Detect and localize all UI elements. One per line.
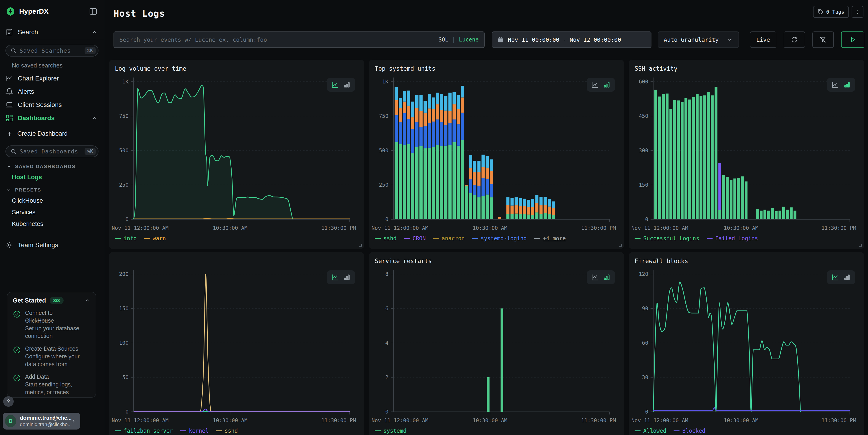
- lucene-mode-button[interactable]: Lucene: [459, 36, 479, 43]
- legend-dash: [144, 238, 150, 239]
- resize-grip-icon[interactable]: [858, 243, 862, 247]
- legend-label: sshd: [224, 428, 238, 434]
- line-view-icon[interactable]: [832, 274, 839, 281]
- legend-item[interactable]: Allowed: [634, 428, 666, 434]
- legend-item[interactable]: systemd: [375, 428, 406, 434]
- line-view-icon[interactable]: [832, 81, 839, 89]
- line-view-icon[interactable]: [332, 81, 339, 89]
- sidebar-preset-services[interactable]: Services: [12, 209, 104, 216]
- bar-view-icon[interactable]: [343, 274, 350, 281]
- chart-title: Top systemd units: [375, 65, 435, 72]
- legend-dash: [404, 238, 410, 239]
- saved-dashboards-section-header[interactable]: SAVED DASHBOARDS: [6, 164, 104, 169]
- saved-dashboards-input[interactable]: Saved Dashboards ⌘K: [5, 146, 98, 157]
- get-started-item-desc: Start sending logs, metrics, or traces: [25, 381, 89, 396]
- legend-item[interactable]: fail2ban-server: [115, 428, 173, 434]
- get-started-item[interactable]: Create Data Sources Configure where your…: [13, 345, 90, 368]
- sidebar-item-client-sessions[interactable]: Client Sessions: [0, 98, 104, 112]
- legend-dash: [634, 238, 641, 239]
- resize-grip-icon[interactable]: [358, 243, 362, 247]
- sql-mode-button[interactable]: SQL: [438, 36, 448, 43]
- chart-canvas[interactable]: 02505007501KNov 11 12:00:00 AM10:30:00 A…: [109, 60, 364, 249]
- more-menu-button[interactable]: ⋮: [851, 6, 863, 18]
- legend-item[interactable]: +4 more: [534, 235, 566, 242]
- svg-text:150: 150: [639, 182, 648, 188]
- filter-button[interactable]: [812, 31, 834, 48]
- date-range-picker[interactable]: Nov 11 00:00:00 - Nov 12 00:00:00: [492, 31, 651, 48]
- saved-searches-input[interactable]: Saved Searches ⌘K: [5, 45, 98, 57]
- granularity-select[interactable]: Auto Granularity: [658, 31, 739, 48]
- resize-grip-icon[interactable]: [618, 243, 622, 247]
- sidebar-collapse-icon[interactable]: [89, 7, 98, 16]
- bar-view-icon[interactable]: [603, 274, 611, 281]
- tags-button[interactable]: 0 Tags: [813, 6, 849, 18]
- chart-canvas[interactable]: 02505007501KNov 11 12:00:00 AM10:30:00 A…: [369, 60, 624, 249]
- check-circle-icon: [13, 310, 21, 340]
- legend-label: Failed Logins: [715, 235, 758, 242]
- svg-text:500: 500: [119, 148, 129, 153]
- chart-view-toggle: [587, 270, 615, 284]
- legend-item[interactable]: Blocked: [674, 428, 705, 434]
- legend-item[interactable]: sshd: [216, 428, 238, 434]
- run-query-button[interactable]: [841, 31, 864, 48]
- legend-label: systemd-logind: [481, 235, 527, 242]
- legend-item[interactable]: Successful Logins: [634, 235, 699, 242]
- help-button[interactable]: ?: [3, 396, 14, 407]
- check-circle-icon: [13, 346, 21, 368]
- sidebar-item-team-settings[interactable]: Team Settings: [0, 239, 104, 252]
- kbd-shortcut: ⌘K: [85, 47, 96, 54]
- chart-canvas[interactable]: 02468Nov 11 12:00:00 AM10:30:00 AM11:30:…: [369, 252, 624, 435]
- line-view-icon[interactable]: [332, 274, 339, 281]
- get-started-title: Get Started: [13, 297, 46, 304]
- sidebar-item-label: Team Settings: [18, 242, 98, 249]
- kbd-shortcut: ⌘K: [85, 148, 96, 155]
- legend-label: kernel: [189, 428, 209, 434]
- chart-panel-log-volume: Log volume over time 02505007501KNov 11 …: [109, 60, 364, 249]
- legend-item[interactable]: anacron: [433, 235, 465, 242]
- line-view-icon[interactable]: [591, 81, 598, 89]
- sidebar-dashboard-host-logs[interactable]: Host Logs: [12, 174, 104, 181]
- legend-dash: [472, 238, 478, 239]
- chart-panel-service-restarts: Service restarts 02468Nov 11 12:00:00 AM…: [369, 252, 624, 435]
- line-view-icon[interactable]: [591, 274, 598, 281]
- event-search-input[interactable]: Search your events w/ Lucene ex. column:…: [114, 31, 485, 48]
- bar-view-icon[interactable]: [343, 81, 350, 89]
- bar-view-icon[interactable]: [843, 274, 851, 281]
- hyperdx-logo-icon: [5, 6, 16, 17]
- get-started-item[interactable]: Connect to ClickHouse Set up your databa…: [13, 309, 90, 340]
- legend-dash: [375, 430, 381, 431]
- legend-item[interactable]: systemd-logind: [472, 235, 527, 242]
- legend-item[interactable]: sshd: [375, 235, 397, 242]
- svg-text:120: 120: [639, 271, 648, 277]
- get-started-item[interactable]: Add Data Start sending logs, metrics, or…: [13, 373, 90, 396]
- main-content: Host Logs 0 Tags ⋮ Search your events w/…: [104, 0, 868, 435]
- legend-item[interactable]: CRON: [404, 235, 426, 242]
- live-button[interactable]: Live: [750, 31, 776, 48]
- user-menu[interactable]: D dominic.tran@clic... dominic.tran@clic…: [3, 413, 80, 430]
- legend-item[interactable]: info: [115, 235, 137, 242]
- dashboard-grid: Log volume over time 02505007501KNov 11 …: [109, 60, 864, 435]
- logo-row: HyperDX: [0, 0, 104, 17]
- search-journal-icon: [5, 28, 13, 36]
- legend-item[interactable]: Failed Logins: [707, 235, 758, 242]
- create-dashboard-label: Create Dashboard: [17, 130, 68, 137]
- chart-canvas[interactable]: 050100150200Nov 11 12:00:00 AM10:30:00 A…: [109, 252, 364, 435]
- refresh-button[interactable]: [784, 31, 805, 48]
- sidebar-item-alerts[interactable]: Alerts: [0, 85, 104, 98]
- create-dashboard-button[interactable]: Create Dashboard: [0, 127, 104, 141]
- legend-item[interactable]: kernel: [180, 428, 209, 434]
- svg-text:750: 750: [379, 113, 389, 119]
- presets-section-header[interactable]: PRESETS: [6, 187, 104, 193]
- sidebar-preset-kubernetes[interactable]: Kubernetes: [12, 220, 104, 227]
- legend-label: Allowed: [643, 428, 666, 434]
- legend-item[interactable]: warn: [144, 235, 166, 242]
- sidebar-preset-clickhouse[interactable]: ClickHouse: [12, 197, 104, 204]
- sidebar-item-chart-explorer[interactable]: Chart Explorer: [0, 72, 104, 85]
- sidebar-item-dashboards[interactable]: Dashboards: [0, 112, 104, 125]
- chevron-up-icon[interactable]: [84, 298, 90, 304]
- bar-view-icon[interactable]: [603, 81, 611, 89]
- sidebar-item-search[interactable]: Search: [0, 26, 104, 40]
- bar-view-icon[interactable]: [843, 81, 851, 89]
- svg-text:11:30:00 PM: 11:30:00 PM: [581, 225, 616, 231]
- tag-icon: [817, 9, 824, 15]
